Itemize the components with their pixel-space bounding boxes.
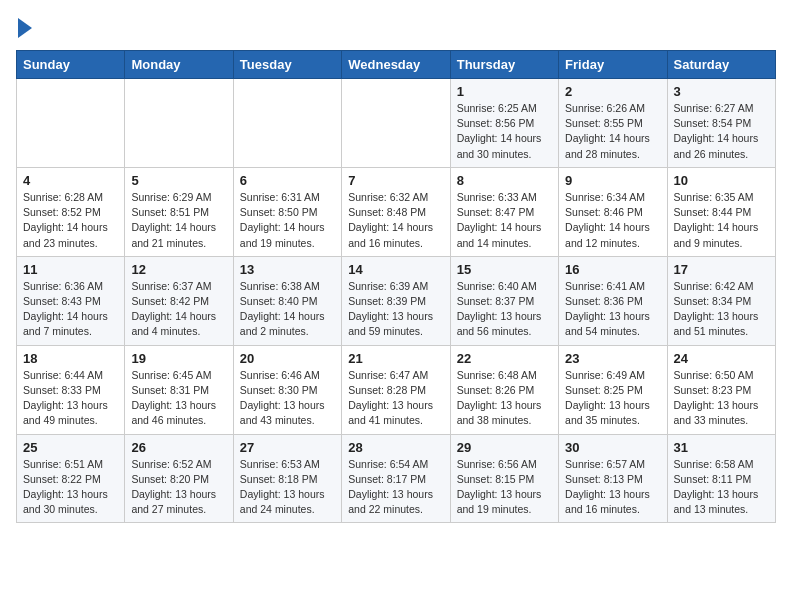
day-cell: 21Sunrise: 6:47 AM Sunset: 8:28 PM Dayli… — [342, 345, 450, 434]
week-row-5: 25Sunrise: 6:51 AM Sunset: 8:22 PM Dayli… — [17, 434, 776, 523]
day-number: 25 — [23, 440, 118, 455]
day-number: 11 — [23, 262, 118, 277]
day-info: Sunrise: 6:29 AM Sunset: 8:51 PM Dayligh… — [131, 190, 226, 251]
day-number: 20 — [240, 351, 335, 366]
day-cell: 9Sunrise: 6:34 AM Sunset: 8:46 PM Daylig… — [559, 167, 667, 256]
day-number: 15 — [457, 262, 552, 277]
day-cell: 2Sunrise: 6:26 AM Sunset: 8:55 PM Daylig… — [559, 79, 667, 168]
day-info: Sunrise: 6:57 AM Sunset: 8:13 PM Dayligh… — [565, 457, 660, 518]
day-number: 6 — [240, 173, 335, 188]
day-number: 30 — [565, 440, 660, 455]
day-info: Sunrise: 6:41 AM Sunset: 8:36 PM Dayligh… — [565, 279, 660, 340]
day-info: Sunrise: 6:52 AM Sunset: 8:20 PM Dayligh… — [131, 457, 226, 518]
day-cell: 17Sunrise: 6:42 AM Sunset: 8:34 PM Dayli… — [667, 256, 775, 345]
day-cell — [233, 79, 341, 168]
day-cell: 6Sunrise: 6:31 AM Sunset: 8:50 PM Daylig… — [233, 167, 341, 256]
day-number: 8 — [457, 173, 552, 188]
day-cell — [342, 79, 450, 168]
week-row-1: 1Sunrise: 6:25 AM Sunset: 8:56 PM Daylig… — [17, 79, 776, 168]
day-cell: 22Sunrise: 6:48 AM Sunset: 8:26 PM Dayli… — [450, 345, 558, 434]
logo — [16, 16, 32, 38]
day-number: 19 — [131, 351, 226, 366]
day-cell: 12Sunrise: 6:37 AM Sunset: 8:42 PM Dayli… — [125, 256, 233, 345]
day-number: 16 — [565, 262, 660, 277]
week-row-2: 4Sunrise: 6:28 AM Sunset: 8:52 PM Daylig… — [17, 167, 776, 256]
weekday-thursday: Thursday — [450, 51, 558, 79]
day-number: 3 — [674, 84, 769, 99]
weekday-tuesday: Tuesday — [233, 51, 341, 79]
day-info: Sunrise: 6:27 AM Sunset: 8:54 PM Dayligh… — [674, 101, 769, 162]
day-cell: 7Sunrise: 6:32 AM Sunset: 8:48 PM Daylig… — [342, 167, 450, 256]
day-number: 7 — [348, 173, 443, 188]
day-number: 2 — [565, 84, 660, 99]
day-info: Sunrise: 6:45 AM Sunset: 8:31 PM Dayligh… — [131, 368, 226, 429]
day-cell: 25Sunrise: 6:51 AM Sunset: 8:22 PM Dayli… — [17, 434, 125, 523]
day-cell: 29Sunrise: 6:56 AM Sunset: 8:15 PM Dayli… — [450, 434, 558, 523]
weekday-saturday: Saturday — [667, 51, 775, 79]
day-number: 4 — [23, 173, 118, 188]
day-number: 26 — [131, 440, 226, 455]
day-cell: 18Sunrise: 6:44 AM Sunset: 8:33 PM Dayli… — [17, 345, 125, 434]
day-number: 29 — [457, 440, 552, 455]
day-info: Sunrise: 6:50 AM Sunset: 8:23 PM Dayligh… — [674, 368, 769, 429]
day-cell: 24Sunrise: 6:50 AM Sunset: 8:23 PM Dayli… — [667, 345, 775, 434]
week-row-3: 11Sunrise: 6:36 AM Sunset: 8:43 PM Dayli… — [17, 256, 776, 345]
day-number: 12 — [131, 262, 226, 277]
day-cell: 3Sunrise: 6:27 AM Sunset: 8:54 PM Daylig… — [667, 79, 775, 168]
day-cell: 15Sunrise: 6:40 AM Sunset: 8:37 PM Dayli… — [450, 256, 558, 345]
logo-arrow-icon — [18, 18, 32, 38]
day-info: Sunrise: 6:48 AM Sunset: 8:26 PM Dayligh… — [457, 368, 552, 429]
day-info: Sunrise: 6:36 AM Sunset: 8:43 PM Dayligh… — [23, 279, 118, 340]
day-cell: 27Sunrise: 6:53 AM Sunset: 8:18 PM Dayli… — [233, 434, 341, 523]
weekday-header-row: SundayMondayTuesdayWednesdayThursdayFrid… — [17, 51, 776, 79]
day-number: 1 — [457, 84, 552, 99]
day-info: Sunrise: 6:39 AM Sunset: 8:39 PM Dayligh… — [348, 279, 443, 340]
day-cell — [17, 79, 125, 168]
day-number: 24 — [674, 351, 769, 366]
day-number: 21 — [348, 351, 443, 366]
day-number: 23 — [565, 351, 660, 366]
day-cell: 30Sunrise: 6:57 AM Sunset: 8:13 PM Dayli… — [559, 434, 667, 523]
day-info: Sunrise: 6:40 AM Sunset: 8:37 PM Dayligh… — [457, 279, 552, 340]
calendar-header: SundayMondayTuesdayWednesdayThursdayFrid… — [17, 51, 776, 79]
day-cell: 19Sunrise: 6:45 AM Sunset: 8:31 PM Dayli… — [125, 345, 233, 434]
day-cell: 4Sunrise: 6:28 AM Sunset: 8:52 PM Daylig… — [17, 167, 125, 256]
day-number: 13 — [240, 262, 335, 277]
day-info: Sunrise: 6:26 AM Sunset: 8:55 PM Dayligh… — [565, 101, 660, 162]
day-cell: 13Sunrise: 6:38 AM Sunset: 8:40 PM Dayli… — [233, 256, 341, 345]
day-number: 9 — [565, 173, 660, 188]
week-row-4: 18Sunrise: 6:44 AM Sunset: 8:33 PM Dayli… — [17, 345, 776, 434]
day-info: Sunrise: 6:32 AM Sunset: 8:48 PM Dayligh… — [348, 190, 443, 251]
day-info: Sunrise: 6:49 AM Sunset: 8:25 PM Dayligh… — [565, 368, 660, 429]
day-cell: 31Sunrise: 6:58 AM Sunset: 8:11 PM Dayli… — [667, 434, 775, 523]
day-cell: 1Sunrise: 6:25 AM Sunset: 8:56 PM Daylig… — [450, 79, 558, 168]
day-info: Sunrise: 6:33 AM Sunset: 8:47 PM Dayligh… — [457, 190, 552, 251]
day-info: Sunrise: 6:54 AM Sunset: 8:17 PM Dayligh… — [348, 457, 443, 518]
weekday-monday: Monday — [125, 51, 233, 79]
calendar-body: 1Sunrise: 6:25 AM Sunset: 8:56 PM Daylig… — [17, 79, 776, 523]
day-info: Sunrise: 6:44 AM Sunset: 8:33 PM Dayligh… — [23, 368, 118, 429]
day-info: Sunrise: 6:47 AM Sunset: 8:28 PM Dayligh… — [348, 368, 443, 429]
day-info: Sunrise: 6:38 AM Sunset: 8:40 PM Dayligh… — [240, 279, 335, 340]
day-cell: 11Sunrise: 6:36 AM Sunset: 8:43 PM Dayli… — [17, 256, 125, 345]
day-info: Sunrise: 6:34 AM Sunset: 8:46 PM Dayligh… — [565, 190, 660, 251]
header — [16, 16, 776, 38]
day-info: Sunrise: 6:37 AM Sunset: 8:42 PM Dayligh… — [131, 279, 226, 340]
day-cell: 16Sunrise: 6:41 AM Sunset: 8:36 PM Dayli… — [559, 256, 667, 345]
weekday-friday: Friday — [559, 51, 667, 79]
day-cell: 28Sunrise: 6:54 AM Sunset: 8:17 PM Dayli… — [342, 434, 450, 523]
day-info: Sunrise: 6:28 AM Sunset: 8:52 PM Dayligh… — [23, 190, 118, 251]
day-cell: 10Sunrise: 6:35 AM Sunset: 8:44 PM Dayli… — [667, 167, 775, 256]
day-cell: 14Sunrise: 6:39 AM Sunset: 8:39 PM Dayli… — [342, 256, 450, 345]
day-number: 31 — [674, 440, 769, 455]
day-info: Sunrise: 6:56 AM Sunset: 8:15 PM Dayligh… — [457, 457, 552, 518]
day-info: Sunrise: 6:25 AM Sunset: 8:56 PM Dayligh… — [457, 101, 552, 162]
day-info: Sunrise: 6:35 AM Sunset: 8:44 PM Dayligh… — [674, 190, 769, 251]
day-number: 22 — [457, 351, 552, 366]
day-info: Sunrise: 6:46 AM Sunset: 8:30 PM Dayligh… — [240, 368, 335, 429]
day-cell: 26Sunrise: 6:52 AM Sunset: 8:20 PM Dayli… — [125, 434, 233, 523]
day-cell: 5Sunrise: 6:29 AM Sunset: 8:51 PM Daylig… — [125, 167, 233, 256]
day-info: Sunrise: 6:53 AM Sunset: 8:18 PM Dayligh… — [240, 457, 335, 518]
weekday-sunday: Sunday — [17, 51, 125, 79]
day-number: 28 — [348, 440, 443, 455]
